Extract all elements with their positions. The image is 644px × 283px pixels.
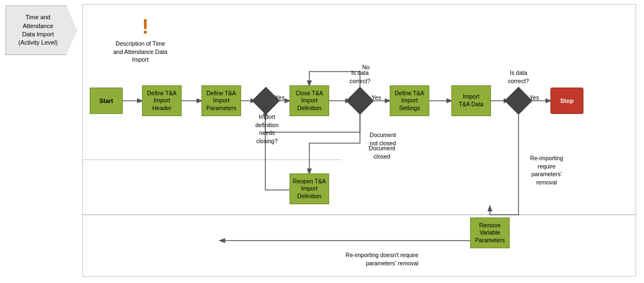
- no1-label: No: [362, 63, 369, 72]
- define-settings-box: Define T&AImportSettings: [390, 85, 429, 116]
- start-box: Start: [90, 88, 123, 114]
- import-data-box: ImportT&A Data: [451, 85, 491, 116]
- diagram-container: Time andAttendanceData Import(Activity L…: [0, 0, 644, 283]
- reimporting-not-require-label: Re-importing doesn't requireparameters' …: [264, 251, 418, 267]
- yes2-label: Yes: [372, 94, 381, 102]
- yes1-label: Yes: [275, 94, 285, 102]
- arrows-svg: [0, 0, 644, 283]
- diamond3: [509, 91, 528, 111]
- is-data-correct-2-label: Is datacorrect?: [499, 69, 538, 85]
- close-def-box: Close T&AImportDefinition: [290, 85, 329, 116]
- stop-box: Stop: [550, 88, 583, 114]
- description-label: Description of Timeand Attendance DataIm…: [107, 40, 173, 64]
- doc-closed-label: Documentclosed: [362, 144, 402, 160]
- diamond2: [350, 91, 370, 111]
- diamond1: [256, 91, 276, 111]
- is-data-correct-1-label: Is datacorrect?: [340, 69, 380, 85]
- define-params-box: Define T&AImportParameters: [201, 85, 241, 116]
- reimporting-require-label: Re-importingrequireparameters'removal: [522, 154, 571, 187]
- reopen-def-box: Reopen T&AImportDefinition: [290, 173, 329, 204]
- define-header-box: Define T&AImportHeader: [142, 85, 182, 116]
- yes3-label: Yes: [530, 94, 539, 102]
- description-icon: !: [142, 15, 149, 39]
- activity-level-label: Time andAttendanceData Import(Activity L…: [6, 6, 77, 55]
- remove-params-box: RemoveVariableParameters: [470, 217, 510, 248]
- diamond1-label: Importdefinitionneedsclosing?: [245, 113, 289, 145]
